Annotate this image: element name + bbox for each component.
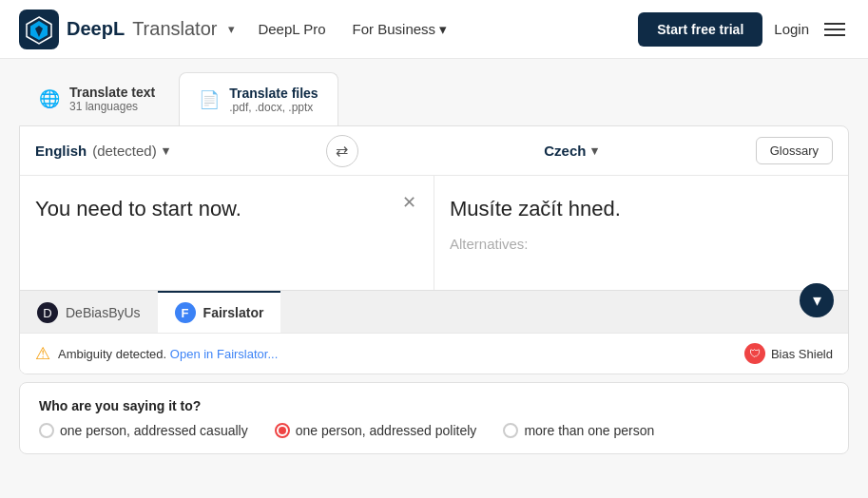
- radio-polite-circle: [275, 423, 290, 438]
- nav-for-business[interactable]: For Business ▾: [353, 21, 448, 38]
- debiasbyus-icon: D: [37, 302, 58, 323]
- main-nav: DeepL Pro For Business ▾: [258, 21, 638, 38]
- logo-suffix: Translator: [132, 18, 217, 40]
- text-panels: You need to start now. ✕ Musíte začít hn…: [20, 176, 848, 290]
- source-language-selector[interactable]: English (detected) ▾: [35, 143, 169, 159]
- language-bar: English (detected) ▾ ⇄ Czech ▾ Glossary: [20, 126, 848, 176]
- swap-languages-button[interactable]: ⇄: [326, 135, 358, 167]
- logo-text: DeepL: [67, 18, 125, 40]
- target-text: Musíte začít hned.: [450, 195, 833, 224]
- tab-translate-files[interactable]: 📄 Translate files .pdf, .docx, .pptx: [179, 72, 338, 125]
- source-text[interactable]: You need to start now.: [35, 195, 418, 224]
- nav-deepl-pro[interactable]: DeepL Pro: [258, 21, 325, 37]
- login-button[interactable]: Login: [774, 21, 809, 37]
- hamburger-menu-button[interactable]: [820, 19, 849, 40]
- target-language-selector[interactable]: Czech ▾: [544, 143, 598, 159]
- alternatives-label: Alternatives:: [450, 236, 833, 252]
- tab-translate-text[interactable]: 🌐 Translate text 31 languages: [19, 72, 175, 125]
- debiasbyus-label: DeBiasByUs: [66, 305, 141, 320]
- start-free-trial-button[interactable]: Start free trial: [638, 12, 762, 47]
- source-language-label: English: [35, 143, 87, 159]
- radio-multiple-circle: [503, 423, 518, 438]
- header: DeepL Translator ▾ DeepL Pro For Busines…: [0, 0, 868, 59]
- radio-group: one person, addressed casually one perso…: [39, 423, 829, 438]
- plugin-tab-debiasbyus[interactable]: D DeBiasByUs: [20, 291, 158, 333]
- clear-source-button[interactable]: ✕: [395, 189, 422, 216]
- bias-shield-icon: 🛡: [744, 343, 765, 364]
- radio-polite-label: one person, addressed politely: [296, 423, 477, 438]
- globe-icon: 🌐: [39, 88, 60, 109]
- radio-polite[interactable]: one person, addressed politely: [275, 423, 477, 438]
- target-language-label: Czech: [544, 143, 586, 159]
- warning-icon: ⚠: [35, 343, 50, 364]
- radio-casual[interactable]: one person, addressed casually: [39, 423, 248, 438]
- header-actions: Start free trial Login: [638, 12, 849, 47]
- radio-multiple-label: more than one person: [524, 423, 654, 438]
- deepl-logo-icon: [19, 10, 59, 49]
- open-in-fairslator-link[interactable]: Open in Fairslator...: [170, 347, 278, 361]
- fairslator-icon: F: [175, 302, 196, 323]
- source-detected-label: (detected): [92, 143, 157, 159]
- who-panel: Who are you saying it to? one person, ad…: [19, 382, 849, 454]
- chevron-down-icon: ▾: [813, 290, 821, 311]
- mode-tabs: 🌐 Translate text 31 languages 📄 Translat…: [0, 59, 868, 125]
- logo-area[interactable]: DeepL Translator ▾: [19, 10, 235, 49]
- scroll-down-button[interactable]: ▾: [800, 283, 834, 317]
- radio-casual-circle: [39, 423, 54, 438]
- ambiguity-bar: ⚠ Ambiguity detected. Open in Fairslator…: [20, 333, 848, 374]
- for-business-chevron-icon: ▾: [439, 21, 447, 38]
- bias-shield-label: Bias Shield: [771, 347, 833, 361]
- source-panel: You need to start now. ✕: [20, 176, 434, 290]
- target-lang-chevron-icon: ▾: [591, 144, 598, 158]
- source-lang-chevron-icon: ▾: [163, 144, 169, 158]
- bias-shield-button[interactable]: 🛡 Bias Shield: [744, 343, 833, 364]
- target-panel: Musíte začít hned. Alternatives:: [434, 176, 848, 290]
- tab-files-subtitle: .pdf, .docx, .pptx: [229, 101, 318, 114]
- radio-casual-label: one person, addressed casually: [60, 423, 248, 438]
- fairslator-label: Fairslator: [203, 305, 264, 320]
- tab-text-subtitle: 31 languages: [69, 100, 155, 113]
- swap-icon: ⇄: [336, 142, 348, 160]
- tab-text-title: Translate text: [69, 85, 155, 100]
- logo-chevron-icon: ▾: [228, 22, 235, 36]
- who-title: Who are you saying it to?: [39, 398, 829, 413]
- plugin-tabs: D DeBiasByUs F Fairslator: [20, 290, 848, 333]
- tab-files-title: Translate files: [229, 86, 318, 101]
- translator-container: English (detected) ▾ ⇄ Czech ▾ Glossary …: [19, 125, 849, 374]
- glossary-button[interactable]: Glossary: [756, 137, 833, 164]
- plugin-tab-fairslator[interactable]: F Fairslator: [158, 291, 281, 333]
- ambiguity-text: Ambiguity detected. Open in Fairslator..…: [58, 347, 737, 361]
- radio-multiple[interactable]: more than one person: [503, 423, 654, 438]
- close-icon: ✕: [402, 192, 416, 213]
- file-icon: 📄: [199, 89, 220, 110]
